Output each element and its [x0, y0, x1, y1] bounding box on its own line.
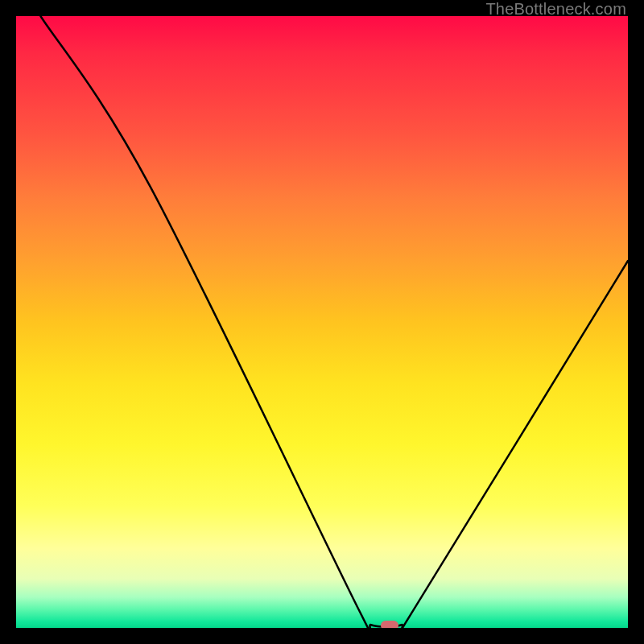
chart-frame: TheBottleneck.com — [0, 0, 644, 644]
minimum-marker — [381, 621, 398, 628]
bottleneck-curve — [16, 16, 628, 628]
plot-area — [16, 16, 628, 628]
